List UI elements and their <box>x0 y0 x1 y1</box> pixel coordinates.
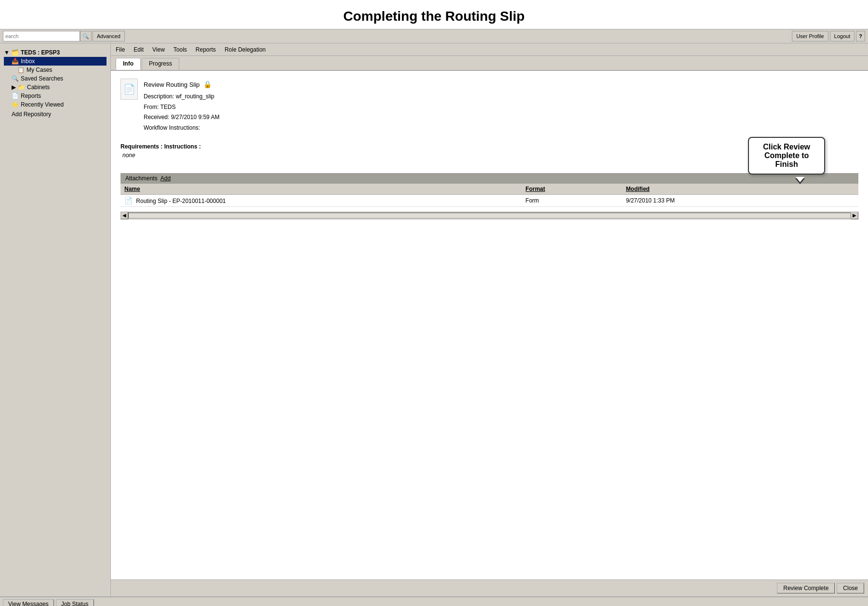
inbox-icon: 📥 <box>12 58 19 65</box>
sidebar-item-inbox[interactable]: 📥 Inbox <box>4 57 107 66</box>
info-panel: 📄 Review Routing Slip 🔒 Description: wf_… <box>111 71 868 579</box>
advanced-button[interactable]: Advanced <box>93 31 125 41</box>
sidebar-item-label: My Cases <box>27 67 52 73</box>
table-row: 📄 Routing Slip - EP-2010011-000001 Form … <box>120 194 858 206</box>
search-icon: 🔍 <box>82 33 89 39</box>
sidebar-item-label: Recently Viewed <box>21 101 64 108</box>
tab-bar: Info Progress <box>111 56 868 71</box>
doc-from-label: From: <box>144 104 159 110</box>
document-icon: 📄 <box>120 79 138 100</box>
scroll-track[interactable] <box>128 213 851 218</box>
sidebar-item-savedsearches[interactable]: 🔍 Saved Searches <box>4 74 107 83</box>
lock-icon: 🔒 <box>203 79 212 91</box>
search-input[interactable] <box>3 31 80 41</box>
sidebar-item-label: Reports <box>21 93 41 99</box>
page-title: Completing the Routing Slip <box>0 0 868 29</box>
cabinets-icon: 📁 <box>18 84 25 91</box>
attachment-file-icon: 📄 <box>124 197 133 204</box>
expand-icon: ▶ <box>12 84 16 91</box>
doc-from-row: From: TEDS <box>144 102 219 113</box>
sidebar-item-mycases[interactable]: 📋 My Cases <box>4 66 107 74</box>
review-complete-button[interactable]: Review Complete <box>777 583 835 593</box>
attachment-name-cell[interactable]: 📄 Routing Slip - EP-2010011-000001 <box>120 194 521 206</box>
sidebar-item-recentlyviewed[interactable]: ⭐ Recently Viewed <box>4 100 107 109</box>
view-messages-button[interactable]: View Messages <box>3 599 54 606</box>
status-bar: View Messages Job Status <box>0 596 868 606</box>
help-button[interactable]: ? <box>856 31 865 41</box>
tab-info[interactable]: Info <box>116 58 141 70</box>
item-header: 📄 Review Routing Slip 🔒 Description: wf_… <box>120 79 858 134</box>
attachments-label: Attachments <box>125 175 158 182</box>
attachments-table-header-row: Name Format Modified <box>120 184 858 195</box>
sidebar-item-cabinets[interactable]: ▶ 📁 Cabinets <box>4 83 107 92</box>
main-layout: ▼ 🗂️ TEDS : EPSP3 📥 Inbox 📋 My Cases 🔍 S… <box>0 43 868 596</box>
tree-root-label: TEDS : EPSP3 <box>21 49 60 56</box>
sidebar-item-label: Saved Searches <box>21 75 63 82</box>
col-name[interactable]: Name <box>120 184 521 195</box>
sidebar-item-label: Cabinets <box>27 84 50 91</box>
attachments-add-link[interactable]: Add <box>160 175 171 182</box>
menu-role-delegation[interactable]: Role Delegation <box>225 46 266 53</box>
add-repository[interactable]: Add Repository <box>4 109 107 120</box>
cases-icon: 📋 <box>17 67 25 73</box>
menu-reports[interactable]: Reports <box>196 46 216 53</box>
user-profile-button[interactable]: User Profile <box>792 31 828 41</box>
top-toolbar: 🔍 Advanced User Profile Logout ? <box>0 29 868 43</box>
col-modified[interactable]: Modified <box>622 184 830 195</box>
menu-bar: File Edit View Tools Reports Role Delega… <box>111 43 868 56</box>
menu-tools[interactable]: Tools <box>174 46 187 53</box>
doc-file-icon: 📄 <box>123 83 135 95</box>
col-format[interactable]: Format <box>521 184 622 195</box>
sidebar-item-label: Inbox <box>21 58 35 65</box>
doc-received-row: Received: 9/27/2010 9:59 AM <box>144 112 219 123</box>
tab-progress[interactable]: Progress <box>142 58 179 70</box>
item-details: Review Routing Slip 🔒 Description: wf_ro… <box>144 79 219 134</box>
doc-description-value: wf_routing_slip <box>176 93 214 100</box>
scroll-right-arrow[interactable]: ▶ <box>851 212 858 219</box>
search-icon: 🔍 <box>12 75 19 82</box>
doc-from-value: TEDS <box>160 104 175 110</box>
tree-expand-icon: ▼ <box>4 49 10 56</box>
doc-received-value: 9/27/2010 9:59 AM <box>171 114 220 121</box>
scroll-left-arrow[interactable]: ◀ <box>120 212 128 219</box>
sidebar: ▼ 🗂️ TEDS : EPSP3 📥 Inbox 📋 My Cases 🔍 S… <box>0 43 111 596</box>
attachments-table: Name Format Modified 📄 Routing Slip - EP… <box>120 184 858 207</box>
doc-description-label: Description: <box>144 93 174 100</box>
doc-title-text: Review Routing Slip <box>144 79 200 90</box>
search-button[interactable]: 🔍 <box>80 31 92 41</box>
menu-file[interactable]: File <box>116 46 125 53</box>
attachment-format-cell: Form <box>521 194 622 206</box>
doc-description-row: Description: wf_routing_slip <box>144 92 219 102</box>
sidebar-item-reports[interactable]: 📄 Reports <box>4 92 107 100</box>
doc-received-label: Received: <box>144 114 169 121</box>
close-button[interactable]: Close <box>837 583 864 593</box>
attachment-modified-cell: Click Review Complete to Finish 9/27/201… <box>622 194 830 206</box>
action-bar: Review Complete Close <box>111 579 868 596</box>
menu-view[interactable]: View <box>152 46 165 53</box>
attachments-section: Attachments Add Name Format Modified <box>120 173 858 207</box>
job-status-button[interactable]: Job Status <box>56 599 94 606</box>
toolbar-right: User Profile Logout ? <box>792 31 865 41</box>
attachments-header: Attachments Add <box>120 173 858 184</box>
col-extra <box>830 184 858 195</box>
tree-root[interactable]: ▼ 🗂️ TEDS : EPSP3 <box>4 48 107 57</box>
reports-icon: 📄 <box>12 93 19 99</box>
sidebar-tree: ▼ 🗂️ TEDS : EPSP3 📥 Inbox 📋 My Cases 🔍 S… <box>0 46 110 121</box>
folder-icon: 🗂️ <box>12 49 19 56</box>
doc-workflow-label: Workflow Instructions: <box>144 124 200 131</box>
callout-bubble: Click Review Complete to Finish <box>748 137 825 175</box>
logout-button[interactable]: Logout <box>830 31 855 41</box>
horizontal-scrollbar[interactable]: ◀ ▶ <box>120 212 858 219</box>
recently-viewed-icon: ⭐ <box>12 101 19 108</box>
content-area: File Edit View Tools Reports Role Delega… <box>111 43 868 596</box>
item-title: Review Routing Slip 🔒 <box>144 79 219 91</box>
attachment-extra-cell <box>830 194 858 206</box>
attachment-name: Routing Slip - EP-2010011-000001 <box>136 198 226 204</box>
doc-workflow-row: Workflow Instructions: <box>144 123 219 134</box>
menu-edit[interactable]: Edit <box>134 46 144 53</box>
attachment-modified-value: 9/27/2010 1:33 PM <box>626 197 675 204</box>
